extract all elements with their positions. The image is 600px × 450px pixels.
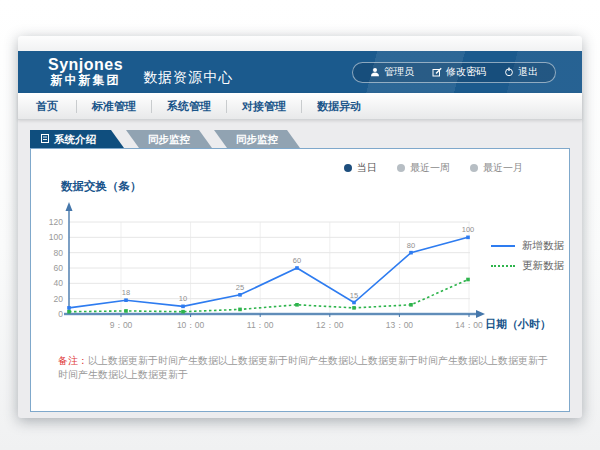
svg-text:11：00: 11：00	[247, 320, 274, 330]
chart-legend: 新增数据 更新数据	[491, 236, 564, 276]
user-menu-button[interactable]: 管理员	[361, 65, 423, 79]
brand-logo-en: Synjones	[48, 56, 123, 74]
change-password-label: 修改密码	[446, 65, 486, 79]
radio-last-month[interactable]: 最近一月	[470, 161, 523, 175]
svg-text:120: 120	[49, 217, 63, 227]
radio-label: 当日	[357, 161, 377, 175]
nav-item-home[interactable]: 首页	[18, 99, 76, 114]
brand-logo: Synjones 新中新集团	[48, 56, 123, 88]
tab-label: 系统介绍	[54, 130, 96, 148]
svg-text:9：00: 9：00	[110, 320, 133, 330]
legend-item-update-data: 更新数据	[491, 256, 564, 276]
chart-panel: 当日 最近一周 最近一月 数据交换（条） 0204060801001209：00…	[30, 148, 570, 412]
svg-text:12：00: 12：00	[316, 320, 344, 330]
svg-text:100: 100	[462, 225, 475, 234]
radio-label: 最近一月	[483, 161, 523, 175]
radio-label: 最近一周	[410, 161, 450, 175]
tab-doc-icon	[41, 130, 49, 148]
page-title: 数据资源中心	[143, 69, 233, 87]
radio-dot	[397, 164, 405, 172]
legend-item-new-data: 新增数据	[491, 236, 564, 256]
y-axis-title: 数据交换（条）	[61, 179, 569, 194]
svg-text:日期（小时）: 日期（小时）	[485, 318, 551, 331]
radio-dot	[344, 164, 352, 172]
svg-text:15: 15	[350, 291, 358, 300]
svg-text:14：00: 14：00	[455, 320, 483, 330]
svg-text:60: 60	[293, 256, 301, 265]
line-chart: 0204060801001209：0010：0011：0012：0013：001…	[39, 196, 569, 346]
svg-text:100: 100	[49, 232, 63, 242]
logout-button[interactable]: 退出	[495, 65, 547, 79]
nav-item-data-change[interactable]: 数据异动	[302, 99, 376, 114]
svg-text:18: 18	[122, 288, 130, 297]
change-password-button[interactable]: 修改密码	[423, 65, 495, 79]
edit-icon	[432, 67, 442, 77]
logout-label: 退出	[518, 65, 538, 79]
chart-container: 0204060801001209：0010：0011：0012：0013：001…	[39, 196, 569, 346]
footnote-text: 以上数据更新于时间产生数据以上数据更新于时间产生数据以上数据更新于时间产生数据以…	[58, 355, 548, 380]
date-range-selector: 当日 最近一周 最近一月	[31, 149, 569, 175]
radio-today[interactable]: 当日	[344, 161, 377, 175]
legend-label: 新增数据	[522, 239, 564, 253]
legend-swatch-solid	[491, 245, 515, 247]
nav-item-connection-management[interactable]: 对接管理	[227, 99, 301, 114]
svg-text:60: 60	[54, 263, 64, 273]
user-icon	[370, 67, 380, 77]
footnote-prefix: 备注：	[58, 355, 88, 366]
radio-last-week[interactable]: 最近一周	[397, 161, 450, 175]
svg-text:80: 80	[54, 248, 64, 258]
svg-text:25: 25	[236, 283, 244, 292]
content-area: 系统介绍 同步监控 同步监控 当日 最近一周 最近一月 数据交	[18, 120, 582, 412]
window-top-strip	[18, 36, 582, 51]
app-header: Synjones 新中新集团 数据资源中心 管理员 修改密码 退出	[18, 51, 582, 93]
svg-text:40: 40	[54, 278, 64, 288]
app-window: Synjones 新中新集团 数据资源中心 管理员 修改密码 退出	[18, 36, 582, 418]
nav-item-system-management[interactable]: 系统管理	[152, 99, 226, 114]
main-nav: 首页 标准管理 系统管理 对接管理 数据异动	[18, 93, 582, 120]
nav-item-standard-management[interactable]: 标准管理	[77, 99, 151, 114]
svg-text:80: 80	[407, 241, 415, 250]
svg-text:13：00: 13：00	[386, 320, 414, 330]
user-toolbar: 管理员 修改密码 退出	[352, 62, 556, 83]
tab-sync-monitor-2[interactable]: 同步监控	[214, 130, 300, 148]
tab-bar: 系统介绍 同步监控 同步监控	[30, 130, 582, 148]
power-icon	[504, 67, 514, 77]
svg-text:10: 10	[179, 294, 187, 303]
svg-text:0: 0	[58, 309, 63, 319]
legend-swatch-dotted	[491, 265, 515, 267]
brand-logo-cn: 新中新集团	[48, 74, 123, 88]
user-menu-label: 管理员	[384, 65, 414, 79]
tab-system-intro[interactable]: 系统介绍	[30, 130, 124, 148]
legend-label: 更新数据	[522, 259, 564, 273]
footnote: 备注：以上数据更新于时间产生数据以上数据更新于时间产生数据以上数据更新于时间产生…	[58, 354, 549, 382]
svg-text:10：00: 10：00	[177, 320, 205, 330]
tab-sync-monitor-1[interactable]: 同步监控	[126, 130, 212, 148]
svg-text:20: 20	[54, 294, 64, 304]
radio-dot	[470, 164, 478, 172]
